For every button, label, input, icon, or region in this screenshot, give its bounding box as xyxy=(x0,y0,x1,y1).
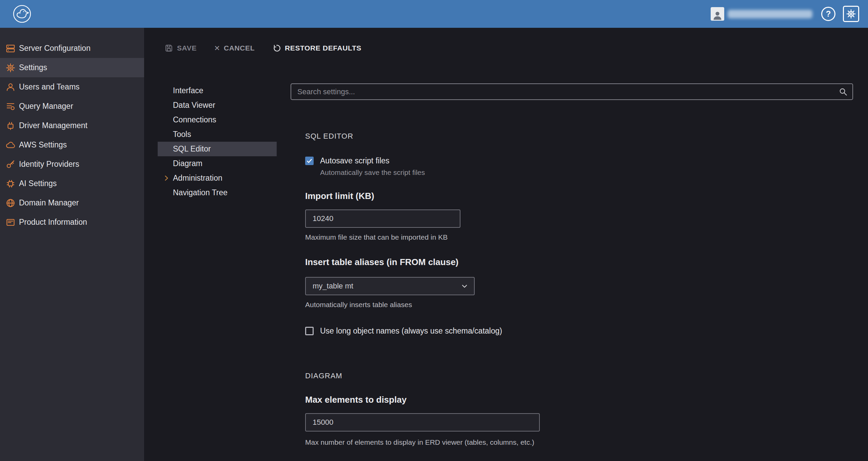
cancel-button-label: CANCEL xyxy=(224,44,255,52)
table-aliases-selected-value: my_table mt xyxy=(313,282,353,290)
nav-item-label: Data Viewer xyxy=(173,101,215,110)
nav-item-label: Tools xyxy=(173,130,191,139)
user-icon xyxy=(5,82,16,92)
server-icon xyxy=(5,43,16,54)
question-mark-icon: ? xyxy=(826,9,831,19)
restore-defaults-button[interactable]: RESTORE DEFAULTS xyxy=(272,44,361,53)
settings-categories-nav: Interface Data Viewer Connections Tools … xyxy=(158,83,277,461)
autosave-checkbox[interactable] xyxy=(305,157,314,165)
nav-item-label: Navigation Tree xyxy=(173,188,228,197)
autosave-description: Automatically save the script files xyxy=(320,168,425,177)
settings-main-panel: SAVE × CANCEL RESTORE DEFAULTS xyxy=(144,28,868,461)
settings-sections: SQL EDITOR Autosave script files Automat… xyxy=(291,132,853,461)
settings-body: Interface Data Viewer Connections Tools … xyxy=(144,83,868,461)
settings-nav-tools[interactable]: Tools xyxy=(158,127,277,142)
app-frame: Server Configuration Settings Users xyxy=(0,28,868,461)
settings-nav-connections[interactable]: Connections xyxy=(158,113,277,127)
info-card-icon xyxy=(5,217,16,227)
autosave-setting-row: Autosave script files Automatically save… xyxy=(305,156,853,177)
gear-icon xyxy=(846,9,856,19)
sidebar-item-product-information[interactable]: Product Information xyxy=(0,213,144,232)
help-button[interactable]: ? xyxy=(821,7,835,21)
settings-nav-navigation-tree[interactable]: Navigation Tree xyxy=(158,185,277,200)
nav-item-label: Diagram xyxy=(173,159,202,168)
max-elements-label: Max elements to display xyxy=(305,395,853,405)
redacted-user-name xyxy=(728,10,812,18)
autosave-label: Autosave script files xyxy=(320,156,425,165)
bottom-padding xyxy=(305,448,853,461)
search-icon xyxy=(839,87,848,96)
sidebar-item-label: AI Settings xyxy=(19,179,57,188)
sidebar-item-label: AWS Settings xyxy=(19,140,67,149)
table-aliases-select[interactable]: my_table mt xyxy=(305,277,475,295)
topbar-right: ? xyxy=(711,6,859,22)
settings-nav-administration[interactable]: Administration xyxy=(158,171,277,185)
sidebar-item-identity-providers[interactable]: Identity Providers xyxy=(0,155,144,174)
gear-icon xyxy=(5,63,16,73)
nav-item-label: Interface xyxy=(173,86,203,95)
sidebar-item-label: Identity Providers xyxy=(19,160,79,169)
chip-icon xyxy=(5,179,16,189)
sidebar-item-ai-settings[interactable]: AI Settings xyxy=(0,174,144,193)
cloudbeaver-logo-icon xyxy=(12,4,32,24)
nav-item-label: Administration xyxy=(173,174,222,183)
topbar: ? xyxy=(0,0,868,28)
settings-nav-interface[interactable]: Interface xyxy=(158,83,277,98)
sidebar-item-label: Driver Management xyxy=(19,121,87,130)
sidebar-item-server-configuration[interactable]: Server Configuration xyxy=(0,39,144,58)
settings-search xyxy=(291,83,853,100)
sidebar-item-query-manager[interactable]: Query Manager xyxy=(0,97,144,116)
sql-editor-section-title: SQL EDITOR xyxy=(305,132,853,141)
sidebar-item-label: Product Information xyxy=(19,218,87,227)
search-input[interactable] xyxy=(291,83,853,100)
import-limit-input[interactable] xyxy=(305,209,460,228)
restore-defaults-label: RESTORE DEFAULTS xyxy=(285,44,361,52)
chevron-right-icon[interactable] xyxy=(162,174,170,182)
key-icon xyxy=(5,159,16,169)
table-aliases-help: Automatically inserts table aliases xyxy=(305,301,853,309)
import-limit-help: Maximum file size that can be imported i… xyxy=(305,233,853,241)
settings-gear-button[interactable] xyxy=(843,6,859,22)
long-object-names-row: Use long object names (always use schema… xyxy=(305,326,853,336)
undo-icon xyxy=(272,44,281,53)
settings-content: SQL EDITOR Autosave script files Automat… xyxy=(291,83,853,461)
settings-toolbar: SAVE × CANCEL RESTORE DEFAULTS xyxy=(164,40,868,56)
long-object-names-label: Use long object names (always use schema… xyxy=(320,326,502,336)
sidebar-item-label: Settings xyxy=(19,63,47,72)
save-button[interactable]: SAVE xyxy=(164,44,197,53)
driver-icon xyxy=(5,121,16,131)
nav-item-label: Connections xyxy=(173,115,216,124)
close-icon: × xyxy=(214,43,220,53)
cancel-button[interactable]: × CANCEL xyxy=(214,43,255,53)
query-icon xyxy=(5,101,16,112)
autosave-texts: Autosave script files Automatically save… xyxy=(320,156,425,177)
sidebar-item-label: Users and Teams xyxy=(19,82,80,92)
check-icon xyxy=(306,158,313,164)
max-elements-input[interactable] xyxy=(305,413,540,432)
settings-nav-diagram[interactable]: Diagram xyxy=(158,156,277,171)
settings-nav-data-viewer[interactable]: Data Viewer xyxy=(158,98,277,113)
sidebar-item-aws-settings[interactable]: AWS Settings xyxy=(0,135,144,155)
cloud-icon xyxy=(5,140,16,150)
diagram-section-title: DIAGRAM xyxy=(305,372,853,380)
sidebar-item-label: Server Configuration xyxy=(19,44,91,53)
sidebar-item-domain-manager[interactable]: Domain Manager xyxy=(0,193,144,213)
chevron-down-icon xyxy=(460,282,469,290)
max-elements-help: Max number of elements to display in ERD… xyxy=(305,437,541,448)
sidebar-item-driver-management[interactable]: Driver Management xyxy=(0,116,144,135)
nav-item-label: SQL Editor xyxy=(173,144,211,154)
save-floppy-icon xyxy=(164,44,173,53)
import-limit-label: Import limit (KB) xyxy=(305,191,853,201)
long-object-names-checkbox[interactable] xyxy=(305,327,314,335)
sidebar-item-label: Query Manager xyxy=(19,102,73,111)
sidebar-item-users-and-teams[interactable]: Users and Teams xyxy=(0,77,144,97)
user-avatar-button[interactable] xyxy=(711,7,724,21)
save-button-label: SAVE xyxy=(177,44,197,52)
admin-sidebar: Server Configuration Settings Users xyxy=(0,28,144,461)
table-aliases-label: Insert table aliases (in FROM clause) xyxy=(305,257,853,267)
sidebar-item-label: Domain Manager xyxy=(19,198,79,207)
settings-nav-sql-editor[interactable]: SQL Editor xyxy=(158,142,277,156)
globe-icon xyxy=(5,198,16,208)
sidebar-item-settings[interactable]: Settings xyxy=(0,58,144,77)
